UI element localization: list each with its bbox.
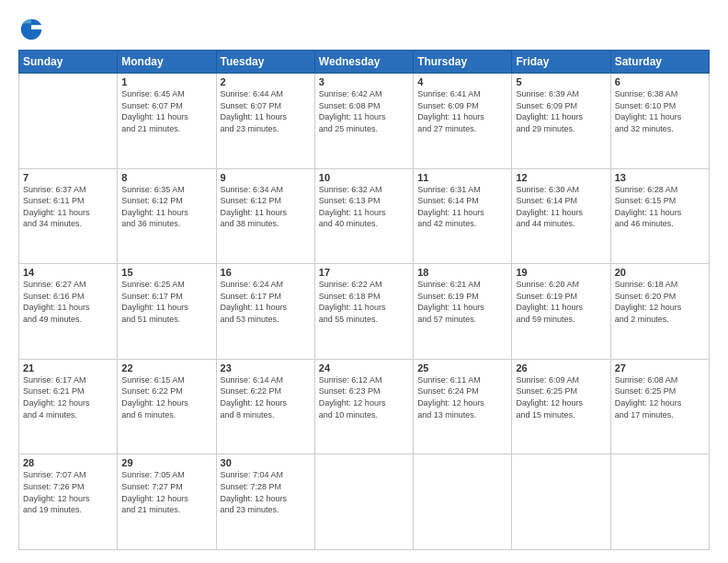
day-info: Sunrise: 6:35 AMSunset: 6:12 PMDaylight:… <box>121 184 211 230</box>
day-number: 9 <box>221 172 311 183</box>
calendar-cell: 11Sunrise: 6:31 AMSunset: 6:14 PMDayligh… <box>414 168 512 264</box>
calendar-header-thursday: Thursday <box>414 51 512 74</box>
day-number: 17 <box>319 267 409 278</box>
day-number: 5 <box>516 76 606 87</box>
calendar-cell: 12Sunrise: 6:30 AMSunset: 6:14 PMDayligh… <box>512 168 610 264</box>
day-info: Sunrise: 6:25 AMSunset: 6:17 PMDaylight:… <box>121 279 211 325</box>
calendar-cell: 6Sunrise: 6:38 AMSunset: 6:10 PMDaylight… <box>610 74 709 169</box>
calendar-cell: 7Sunrise: 6:37 AMSunset: 6:11 PMDaylight… <box>19 168 118 264</box>
calendar-cell: 26Sunrise: 6:09 AMSunset: 6:25 PMDayligh… <box>512 359 610 454</box>
day-info: Sunrise: 6:45 AMSunset: 6:07 PMDaylight:… <box>121 88 211 134</box>
day-number: 22 <box>121 362 211 373</box>
calendar-cell: 16Sunrise: 6:24 AMSunset: 6:17 PMDayligh… <box>216 264 314 360</box>
calendar-cell: 22Sunrise: 6:15 AMSunset: 6:22 PMDayligh… <box>118 359 216 454</box>
day-number: 19 <box>516 267 606 278</box>
calendar-cell: 10Sunrise: 6:32 AMSunset: 6:13 PMDayligh… <box>314 168 413 264</box>
day-info: Sunrise: 6:38 AMSunset: 6:10 PMDaylight:… <box>615 88 705 134</box>
calendar-header-monday: Monday <box>118 51 216 74</box>
calendar-header-tuesday: Tuesday <box>216 51 314 74</box>
day-info: Sunrise: 6:34 AMSunset: 6:12 PMDaylight:… <box>221 184 311 230</box>
day-info: Sunrise: 6:08 AMSunset: 6:25 PMDaylight:… <box>615 374 705 420</box>
calendar-header-saturday: Saturday <box>610 51 709 74</box>
day-info: Sunrise: 6:15 AMSunset: 6:22 PMDaylight:… <box>121 374 211 420</box>
day-number: 16 <box>221 267 311 278</box>
header <box>18 17 710 42</box>
day-info: Sunrise: 6:31 AMSunset: 6:14 PMDaylight:… <box>417 184 507 230</box>
calendar-cell <box>19 74 118 169</box>
day-number: 11 <box>417 172 507 183</box>
day-number: 8 <box>121 172 211 183</box>
day-info: Sunrise: 6:30 AMSunset: 6:14 PMDaylight:… <box>516 184 606 230</box>
calendar-cell: 13Sunrise: 6:28 AMSunset: 6:15 PMDayligh… <box>610 168 709 264</box>
day-info: Sunrise: 6:09 AMSunset: 6:25 PMDaylight:… <box>516 374 606 420</box>
calendar-cell: 19Sunrise: 6:20 AMSunset: 6:19 PMDayligh… <box>512 264 610 360</box>
calendar-cell: 23Sunrise: 6:14 AMSunset: 6:22 PMDayligh… <box>216 359 314 454</box>
day-info: Sunrise: 6:28 AMSunset: 6:15 PMDaylight:… <box>615 184 705 230</box>
day-info: Sunrise: 6:39 AMSunset: 6:09 PMDaylight:… <box>516 88 606 134</box>
calendar-cell: 5Sunrise: 6:39 AMSunset: 6:09 PMDaylight… <box>512 74 610 169</box>
day-number: 21 <box>23 362 113 373</box>
day-number: 29 <box>121 457 211 468</box>
calendar-cell: 30Sunrise: 7:04 AMSunset: 7:28 PMDayligh… <box>216 454 314 550</box>
calendar-cell: 1Sunrise: 6:45 AMSunset: 6:07 PMDaylight… <box>118 74 216 169</box>
calendar-header-row: SundayMondayTuesdayWednesdayThursdayFrid… <box>19 51 710 74</box>
calendar-cell: 21Sunrise: 6:17 AMSunset: 6:21 PMDayligh… <box>19 359 118 454</box>
day-number: 6 <box>615 76 705 87</box>
day-number: 28 <box>23 457 113 468</box>
calendar-week-1: 7Sunrise: 6:37 AMSunset: 6:11 PMDaylight… <box>19 168 710 264</box>
calendar-cell: 4Sunrise: 6:41 AMSunset: 6:09 PMDaylight… <box>414 74 512 169</box>
day-number: 15 <box>121 267 211 278</box>
page: SundayMondayTuesdayWednesdayThursdayFrid… <box>0 0 728 563</box>
calendar-cell: 17Sunrise: 6:22 AMSunset: 6:18 PMDayligh… <box>314 264 413 360</box>
day-info: Sunrise: 6:32 AMSunset: 6:13 PMDaylight:… <box>319 184 409 230</box>
calendar-cell: 3Sunrise: 6:42 AMSunset: 6:08 PMDaylight… <box>314 74 413 169</box>
calendar-cell <box>314 454 413 550</box>
calendar-cell <box>610 454 709 550</box>
calendar-cell: 18Sunrise: 6:21 AMSunset: 6:19 PMDayligh… <box>414 264 512 360</box>
day-info: Sunrise: 6:17 AMSunset: 6:21 PMDaylight:… <box>23 374 113 420</box>
calendar-cell: 20Sunrise: 6:18 AMSunset: 6:20 PMDayligh… <box>610 264 709 360</box>
day-number: 7 <box>23 172 113 183</box>
day-info: Sunrise: 6:24 AMSunset: 6:17 PMDaylight:… <box>221 279 311 325</box>
calendar-cell: 28Sunrise: 7:07 AMSunset: 7:26 PMDayligh… <box>19 454 118 550</box>
day-number: 13 <box>615 172 705 183</box>
day-info: Sunrise: 6:14 AMSunset: 6:22 PMDaylight:… <box>221 374 311 420</box>
day-number: 4 <box>417 76 507 87</box>
calendar-header-sunday: Sunday <box>19 51 118 74</box>
calendar-cell: 15Sunrise: 6:25 AMSunset: 6:17 PMDayligh… <box>118 264 216 360</box>
day-number: 27 <box>615 362 705 373</box>
calendar-header-wednesday: Wednesday <box>314 51 413 74</box>
calendar-week-2: 14Sunrise: 6:27 AMSunset: 6:16 PMDayligh… <box>19 264 710 360</box>
calendar-cell: 8Sunrise: 6:35 AMSunset: 6:12 PMDaylight… <box>118 168 216 264</box>
calendar-week-4: 28Sunrise: 7:07 AMSunset: 7:26 PMDayligh… <box>19 454 710 550</box>
day-number: 10 <box>319 172 409 183</box>
calendar-cell: 25Sunrise: 6:11 AMSunset: 6:24 PMDayligh… <box>414 359 512 454</box>
calendar-cell: 24Sunrise: 6:12 AMSunset: 6:23 PMDayligh… <box>314 359 413 454</box>
day-info: Sunrise: 7:05 AMSunset: 7:27 PMDaylight:… <box>121 469 211 515</box>
day-info: Sunrise: 6:12 AMSunset: 6:23 PMDaylight:… <box>319 374 409 420</box>
day-info: Sunrise: 6:20 AMSunset: 6:19 PMDaylight:… <box>516 279 606 325</box>
day-info: Sunrise: 6:27 AMSunset: 6:16 PMDaylight:… <box>23 279 113 325</box>
calendar-cell: 29Sunrise: 7:05 AMSunset: 7:27 PMDayligh… <box>118 454 216 550</box>
day-number: 26 <box>516 362 606 373</box>
day-info: Sunrise: 7:07 AMSunset: 7:26 PMDaylight:… <box>23 469 113 515</box>
day-number: 30 <box>221 457 311 468</box>
day-info: Sunrise: 6:21 AMSunset: 6:19 PMDaylight:… <box>417 279 507 325</box>
calendar-cell: 9Sunrise: 6:34 AMSunset: 6:12 PMDaylight… <box>216 168 314 264</box>
day-number: 14 <box>23 267 113 278</box>
calendar-header-friday: Friday <box>512 51 610 74</box>
day-number: 12 <box>516 172 606 183</box>
logo-icon <box>18 17 44 42</box>
day-info: Sunrise: 6:37 AMSunset: 6:11 PMDaylight:… <box>23 184 113 230</box>
day-number: 23 <box>221 362 311 373</box>
day-info: Sunrise: 6:18 AMSunset: 6:20 PMDaylight:… <box>615 279 705 325</box>
day-number: 2 <box>221 76 311 87</box>
day-info: Sunrise: 6:11 AMSunset: 6:24 PMDaylight:… <box>417 374 507 420</box>
day-info: Sunrise: 6:44 AMSunset: 6:07 PMDaylight:… <box>221 88 311 134</box>
calendar-week-0: 1Sunrise: 6:45 AMSunset: 6:07 PMDaylight… <box>19 74 710 169</box>
day-number: 20 <box>615 267 705 278</box>
logo <box>18 17 48 42</box>
day-number: 3 <box>319 76 409 87</box>
calendar-cell: 2Sunrise: 6:44 AMSunset: 6:07 PMDaylight… <box>216 74 314 169</box>
calendar-cell: 27Sunrise: 6:08 AMSunset: 6:25 PMDayligh… <box>610 359 709 454</box>
